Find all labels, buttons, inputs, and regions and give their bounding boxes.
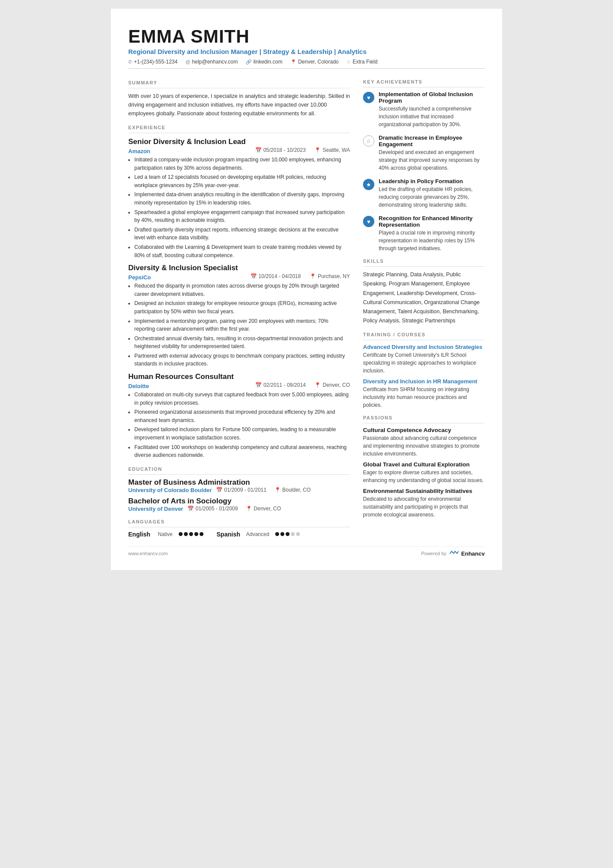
achievement-3-icon: ♥ <box>363 216 374 227</box>
passion-0-title: Cultural Competence Advocacy <box>363 427 485 433</box>
dot <box>291 532 295 536</box>
page-footer: www.enhancv.com Powered by Enhancv <box>128 546 485 557</box>
achievement-3-desc: Played a crucial role in improving minor… <box>379 229 485 252</box>
lang-level-1: Advanced <box>246 531 269 537</box>
achievement-2-desc: Led the drafting of equitable HR policie… <box>379 185 485 209</box>
bullet-item: Implemented a mentorship program, pairin… <box>134 317 350 333</box>
training-0-title: Advanced Diversity and Inclusion Strateg… <box>363 344 485 350</box>
dot <box>184 532 188 536</box>
skills-section: SKILLS Strategic Planning, Data Analysis… <box>363 258 485 326</box>
dot <box>280 532 284 536</box>
location-icon-0: 📍 <box>314 147 321 153</box>
languages-row: English Native Spanish Advance <box>128 531 350 538</box>
achievement-1-icon: ☆ <box>363 135 374 147</box>
passion-1-title: Global Travel and Cultural Exploration <box>363 461 485 468</box>
location-icon: 📍 <box>290 59 297 65</box>
job-0-location: 📍 Seattle, WA <box>314 147 350 153</box>
degree-0-title: Master of Business Administration <box>128 478 350 487</box>
bullet-item: Implemented data-driven analytics result… <box>134 191 350 207</box>
degree-1-location: 📍 Denver, CO <box>246 506 281 512</box>
job-2-dates: 📅 02/2011 - 09/2014 <box>255 382 306 388</box>
degree-1-title: Bachelor of Arts in Sociology <box>128 497 350 506</box>
footer-brand: Powered by Enhancv <box>421 550 485 557</box>
header: EMMA SMITH Regional Diversity and Inclus… <box>128 26 485 69</box>
lang-name-0: English <box>128 531 154 538</box>
achievement-2-icon: ★ <box>363 179 374 190</box>
resume-page: EMMA SMITH Regional Diversity and Inclus… <box>111 9 502 570</box>
achievement-2-title: Leadership in Policy Formation <box>379 178 485 184</box>
dot <box>189 532 193 536</box>
bullet-item: Collaborated on multi-city surveys that … <box>134 391 350 407</box>
left-column: SUMMARY With over 10 years of experience… <box>128 73 350 538</box>
achievement-1-desc: Developed and executed an engagement str… <box>379 148 485 172</box>
job-2-company: Deloitte <box>128 383 149 389</box>
language-english: English Native <box>128 531 203 538</box>
bullet-item: Facilitated over 100 workshops on leader… <box>134 443 350 459</box>
job-0-bullets: Initiated a company-wide inclusion progr… <box>128 156 350 259</box>
job-1-title: Diversity & Inclusion Specialist <box>128 264 350 272</box>
location-icon-2: 📍 <box>314 382 321 388</box>
lang-dots-0 <box>179 532 203 536</box>
passion-0: Cultural Competence Advocacy Passionate … <box>363 427 485 458</box>
passion-0-desc: Passionate about advancing cultural comp… <box>363 434 485 458</box>
bullet-item: Initiated a company-wide inclusion progr… <box>134 156 350 172</box>
summary-text: With over 10 years of experience, I spec… <box>128 92 350 118</box>
job-2-bullets: Collaborated on multi-city surveys that … <box>128 391 350 459</box>
achievement-0-icon: ♥ <box>363 92 374 103</box>
achievement-1-content: Dramatic Increase in Employee Engagement… <box>379 134 485 172</box>
education-section: EDUCATION Master of Business Administrat… <box>128 466 350 512</box>
achievement-2-content: Leadership in Policy Formation Led the d… <box>379 178 485 209</box>
job-0-dates: 📅 05/2018 - 10/2023 <box>255 147 306 153</box>
contact-info: ✆ +1-(234)-555-1234 @ help@enhancv.com 🔗… <box>128 59 485 65</box>
enhancv-logo-icon <box>449 550 459 556</box>
achievement-0-content: Implementation of Global Inclusion Progr… <box>379 91 485 128</box>
linkedin-contact: 🔗 linkedin.com <box>246 59 283 65</box>
achievement-3: ♥ Recognition for Enhanced Minority Repr… <box>363 215 485 252</box>
education-label: EDUCATION <box>128 466 350 472</box>
experience-label: EXPERIENCE <box>128 125 350 130</box>
dot <box>275 532 279 536</box>
job-2: Human Resources Consultant Deloitte 📅 02… <box>128 372 350 459</box>
passion-2-title: Environmental Sustainability Initiatives <box>363 488 485 494</box>
candidate-title: Regional Diversity and Inclusion Manager… <box>128 48 485 55</box>
bullet-item: Partnered with external advocacy groups … <box>134 352 350 368</box>
achievement-3-title: Recognition for Enhanced Minority Repres… <box>379 215 485 228</box>
passions-section: PASSIONS Cultural Competence Advocacy Pa… <box>363 415 485 519</box>
summary-label: SUMMARY <box>128 80 350 85</box>
passions-label: PASSIONS <box>363 415 485 420</box>
degree-1-school: University of Denver <box>128 506 183 512</box>
star-icon: ☆ <box>346 59 351 65</box>
job-1-meta: 📅 10/2014 - 04/2018 📍 Purchase, NY <box>250 273 350 279</box>
languages-section: LANGUAGES English Native <box>128 519 350 538</box>
calendar-icon-1: 📅 <box>250 273 257 279</box>
achievements-label: KEY ACHIEVEMENTS <box>363 79 485 84</box>
dot <box>296 532 300 536</box>
job-0-meta: 📅 05/2018 - 10/2023 📍 Seattle, WA <box>255 147 350 153</box>
dot <box>194 532 198 536</box>
bullet-item: Pioneered organizational assessments tha… <box>134 408 350 424</box>
achievements-section: KEY ACHIEVEMENTS ♥ Implementation of Glo… <box>363 79 485 252</box>
email-contact: @ help@enhancv.com <box>185 59 238 65</box>
degree-0: Master of Business Administration Univer… <box>128 478 350 493</box>
job-1-dates: 📅 10/2014 - 04/2018 <box>250 273 301 279</box>
skills-text: Strategic Planning, Data Analysis, Publi… <box>363 270 485 326</box>
degree-0-dates: 📅 01/2009 - 01/2011 <box>216 487 267 493</box>
degree-1: Bachelor of Arts in Sociology University… <box>128 497 350 512</box>
passion-1-desc: Eager to explore diverse cultures and so… <box>363 469 485 484</box>
job-2-location: 📍 Denver, CO <box>314 382 350 388</box>
dot <box>200 532 203 536</box>
degree-0-location: 📍 Boulder, CO <box>274 487 311 493</box>
job-1-company: PepsiCo <box>128 274 151 281</box>
dot <box>286 532 290 536</box>
degree-0-meta: 📅 01/2009 - 01/2011 📍 Boulder, CO <box>216 487 310 493</box>
calendar-icon-2: 📅 <box>255 382 262 388</box>
calendar-icon: 📅 <box>255 147 262 153</box>
degree-1-meta: 📅 01/2005 - 01/2009 📍 Denver, CO <box>187 506 281 512</box>
training-0-desc: Certificate by Cornell University's ILR … <box>363 351 485 375</box>
achievement-3-content: Recognition for Enhanced Minority Repres… <box>379 215 485 252</box>
achievement-2: ★ Leadership in Policy Formation Led the… <box>363 178 485 209</box>
bullet-item: Orchestrated annual diversity fairs, res… <box>134 335 350 351</box>
training-label: TRAINING / COURSES <box>363 332 485 337</box>
job-0-company: Amazon <box>128 148 150 154</box>
training-1-title: Diversity and Inclusion in HR Management <box>363 378 485 385</box>
